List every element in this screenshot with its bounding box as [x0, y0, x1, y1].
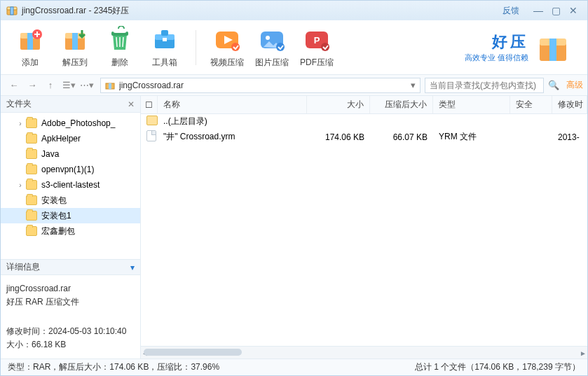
svg-rect-27 — [109, 83, 111, 89]
navbar: ← → ↑ ☰▾ ⋯▾ ▾ 🔍 高级 — [1, 75, 587, 96]
status-right: 总计 1 个文件（174.06 KB，178,239 字节） — [415, 361, 580, 373]
chevron-right-icon[interactable]: › — [16, 181, 25, 189]
file-icon-cell — [141, 116, 158, 127]
titlebar[interactable]: jingCrossroad.rar - 2345好压 反馈 — ▢ ✕ — [1, 1, 587, 20]
file-icon-cell — [141, 130, 158, 144]
folder-tree[interactable]: ›Adobe_Photoshop_›ApkHelper›Java›openvpn… — [1, 113, 140, 259]
add-button[interactable]: 添加 — [8, 23, 53, 72]
details-panel: 详细信息 ▾ jingCrossroad.rar 好压 RAR 压缩文件 修改时… — [1, 259, 140, 358]
details-name: jingCrossroad.rar — [6, 282, 135, 295]
file-list[interactable]: ..(上层目录)"井" Crossroad.yrm174.06 KB66.07 … — [141, 114, 587, 346]
tree-item-label: 宏鑫删包 — [41, 225, 75, 237]
folder-icon — [26, 134, 37, 144]
file-row[interactable]: ..(上层目录) — [141, 114, 587, 130]
col-icon[interactable]: ☐ — [141, 96, 158, 113]
file-pane: ☐ 名称 大小 压缩后大小 类型 安全 修改时 ..(上层目录)"井" Cros… — [141, 96, 587, 358]
tree-item-label: Adobe_Photoshop_ — [41, 118, 115, 128]
details-mtime-label: 修改时间： — [6, 326, 48, 336]
extract-button[interactable]: 解压到 — [53, 23, 97, 72]
video-icon — [213, 26, 241, 54]
svg-point-18 — [266, 36, 270, 40]
delete-button[interactable]: 删除 — [97, 23, 142, 72]
brand-area: 好压 高效专业 值得信赖 — [465, 30, 580, 65]
tree-item[interactable]: ›安装包1 — [1, 208, 140, 223]
col-size[interactable]: 大小 — [307, 96, 370, 113]
pdf-compress-button[interactable]: P PDF压缩 — [294, 23, 339, 72]
file-row[interactable]: "井" Crossroad.yrm174.06 KB66.07 KBYRM 文件… — [141, 130, 587, 145]
tree-item-label: openvpn(1)(1) — [41, 165, 94, 174]
nav-up-button[interactable]: ↑ — [43, 78, 58, 93]
nav-back-button[interactable]: ← — [6, 78, 22, 93]
tree-item[interactable]: ›openvpn(1)(1) — [1, 162, 140, 177]
file-size-cell: 174.06 KB — [307, 132, 370, 142]
details-desc: 好压 RAR 压缩文件 — [6, 295, 135, 309]
search-input[interactable] — [430, 81, 539, 90]
image-icon — [258, 26, 286, 54]
col-modified[interactable]: 修改时 — [552, 96, 587, 113]
main-toolbar: 添加 解压到 删除 工具箱 视频压缩 图片压缩 P PDF压缩 好压 高效专业 … — [1, 20, 587, 75]
brand-icon — [535, 30, 570, 65]
nav-view-button[interactable]: ☰▾ — [61, 78, 76, 93]
tree-item[interactable]: ›安装包 — [1, 193, 140, 208]
tree-item-label: Java — [41, 149, 59, 159]
toolbar-separator — [196, 30, 196, 65]
file-modified-cell: 2013- — [552, 132, 587, 142]
nav-forward-button[interactable]: → — [25, 78, 40, 93]
content-area: 文件夹 ✕ ›Adobe_Photoshop_›ApkHelper›Java›o… — [1, 96, 587, 358]
details-size: 66.18 KB — [32, 340, 66, 349]
close-button[interactable]: ✕ — [569, 5, 577, 16]
col-security[interactable]: 安全 — [510, 96, 552, 113]
address-input[interactable] — [119, 81, 411, 90]
folder-icon — [26, 195, 37, 205]
title-sep: - — [86, 6, 94, 15]
col-compressed[interactable]: 压缩后大小 — [370, 96, 433, 113]
tree-item-label: 安装包 — [41, 195, 67, 207]
tree-item-label: ApkHelper — [41, 134, 81, 144]
status-bar: 类型：RAR，解压后大小：174.06 KB，压缩比：37.96% 总计 1 个… — [1, 358, 587, 375]
brand-slogan: 高效专业 值得信赖 — [465, 53, 528, 63]
tools-button[interactable]: 工具箱 — [142, 23, 187, 72]
archive-icon — [105, 81, 115, 90]
address-bar[interactable]: ▾ — [100, 78, 421, 93]
details-size-label: 大小： — [6, 340, 32, 349]
sidebar-close-icon[interactable]: ✕ — [128, 99, 135, 109]
search-box[interactable] — [425, 78, 544, 93]
details-header[interactable]: 详细信息 ▾ — [1, 260, 140, 275]
maximize-button[interactable]: ▢ — [552, 5, 561, 16]
video-compress-button[interactable]: 视频压缩 — [205, 23, 249, 72]
horizontal-scrollbar[interactable]: ◄ ► — [141, 346, 587, 358]
brand-title: 好压 — [492, 32, 528, 53]
tree-item[interactable]: ›宏鑫删包 — [1, 223, 140, 239]
app-window: jingCrossroad.rar - 2345好压 反馈 — ▢ ✕ 添加 解… — [0, 0, 588, 376]
tree-item[interactable]: ›s3-client-lastest — [1, 177, 140, 193]
file-compressed-cell: 66.07 KB — [370, 132, 433, 142]
title-app: 2345好压 — [94, 5, 130, 17]
tree-item[interactable]: ›Adobe_Photoshop_ — [1, 116, 140, 131]
pdf-icon: P — [303, 26, 331, 54]
tree-item[interactable]: ›ApkHelper — [1, 131, 140, 146]
folder-icon — [26, 180, 37, 190]
svg-rect-14 — [163, 38, 167, 41]
scroll-right-icon[interactable]: ► — [577, 347, 588, 359]
col-type[interactable]: 类型 — [433, 96, 510, 113]
details-mtime: 2024-05-03 10:10:40 — [48, 326, 126, 336]
feedback-link[interactable]: 反馈 — [502, 5, 519, 17]
folder-icon — [26, 118, 37, 128]
file-icon — [146, 130, 156, 141]
chevron-right-icon[interactable]: › — [16, 120, 25, 127]
folder-icon — [26, 211, 37, 221]
tree-item[interactable]: ›Java — [1, 146, 140, 162]
status-left: 类型：RAR，解压后大小：174.06 KB，压缩比：37.96% — [8, 361, 219, 373]
svg-rect-2 — [11, 7, 13, 15]
chevron-down-icon[interactable]: ▾ — [130, 263, 135, 272]
address-dropdown-icon[interactable]: ▾ — [411, 80, 416, 90]
advanced-link[interactable]: 高级 — [566, 79, 583, 91]
svg-rect-9 — [72, 33, 78, 50]
tools-icon — [151, 26, 179, 54]
minimize-button[interactable]: — — [533, 5, 543, 16]
search-icon[interactable]: 🔍 — [548, 80, 559, 90]
scrollbar-thumb[interactable] — [144, 349, 242, 356]
image-compress-button[interactable]: 图片压缩 — [249, 23, 294, 72]
col-name[interactable]: 名称 — [158, 96, 307, 113]
nav-history-button[interactable]: ⋯▾ — [79, 78, 95, 93]
